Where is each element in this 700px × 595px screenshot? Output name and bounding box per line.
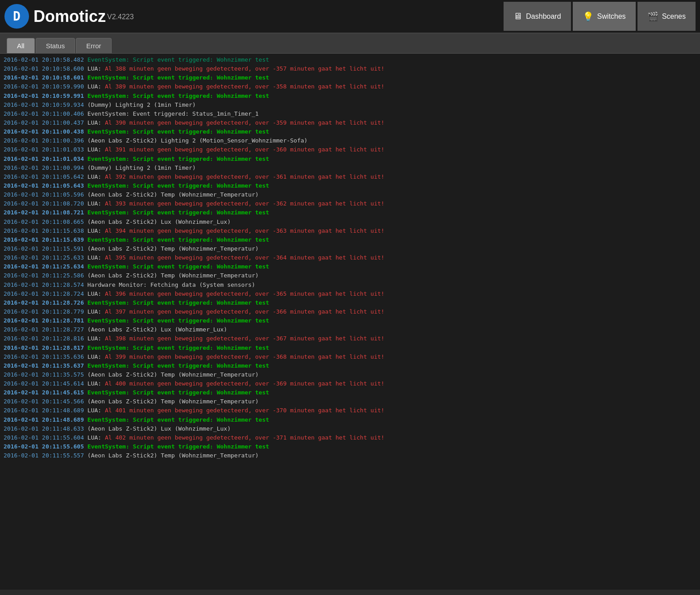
log-message: (Aeon Labs Z-Stick2) Lux (Wohzimmer_Lux): [88, 326, 227, 333]
log-message: Hardware Monitor: Fetching data (System …: [88, 281, 255, 288]
nav-scenes[interactable]: 🎬 Scenes: [638, 2, 696, 31]
log-entry: 2016-02-01 20:10:58.482 EventSystem: Scr…: [4, 55, 696, 64]
log-message: (Dummy) Lighting 2 (1min Timer): [88, 164, 196, 171]
app-logo: D: [4, 4, 29, 29]
log-entry: 2016-02-01 20:11:08.720 LUA: Al 393 minu…: [4, 199, 696, 208]
log-entry: 2016-02-01 20:10:59.934 (Dummy) Lighting…: [4, 101, 696, 109]
log-timestamp: 2016-02-01 20:11:15.638: [4, 227, 84, 234]
log-prefix: LUA:: [88, 308, 105, 315]
log-prefix: LUA:: [88, 119, 105, 126]
log-prefix: LUA:: [88, 434, 105, 441]
log-timestamp: 2016-02-01 20:10:58.482: [4, 56, 84, 63]
log-message: Al 400 minuten geen beweging gedetecteer…: [105, 380, 384, 387]
log-timestamp: 2016-02-01 20:10:59.934: [4, 101, 84, 108]
log-prefix: LUA:: [88, 200, 105, 207]
log-entry: 2016-02-01 20:11:35.636 LUA: Al 399 minu…: [4, 352, 696, 361]
log-message: Al 396 minuten geen beweging gedetecteer…: [105, 290, 384, 297]
log-prefix: LUA:: [88, 173, 105, 180]
log-timestamp: 2016-02-01 20:11:25.634: [4, 263, 84, 270]
log-message: EventSystem: Event triggered: Status_1mi…: [88, 110, 259, 117]
log-entry: 2016-02-01 20:11:48.689 EventSystem: Scr…: [4, 415, 696, 424]
log-message: EventSystem: Script event triggered: Woh…: [88, 344, 269, 351]
tab-all[interactable]: All: [7, 38, 35, 53]
log-message: Al 402 minuten geen beweging gedetecteer…: [105, 434, 384, 441]
log-timestamp: 2016-02-01 20:11:01.034: [4, 155, 84, 162]
log-timestamp: 2016-02-01 20:11:08.665: [4, 218, 84, 225]
log-entry: 2016-02-01 20:11:00.994 (Dummy) Lighting…: [4, 163, 696, 172]
log-entry: 2016-02-01 20:11:28.727 (Aeon Labs Z-Sti…: [4, 325, 696, 334]
log-entry: 2016-02-01 20:11:15.591 (Aeon Labs Z-Sti…: [4, 244, 696, 253]
log-entry: 2016-02-01 20:11:15.639 EventSystem: Scr…: [4, 235, 696, 244]
log-entry: 2016-02-01 20:11:45.566 (Aeon Labs Z-Sti…: [4, 397, 696, 406]
log-entry: 2016-02-01 20:11:55.605 EventSystem: Scr…: [4, 442, 696, 451]
log-message: Al 392 minuten geen beweging gedetecteer…: [105, 173, 384, 180]
log-area: 2016-02-01 20:10:58.482 EventSystem: Scr…: [0, 54, 700, 590]
log-message: (Aeon Labs Z-Stick2) Temp (Wohnzimmer_Te…: [88, 245, 259, 252]
log-timestamp: 2016-02-01 20:11:28.817: [4, 344, 84, 351]
log-timestamp: 2016-02-01 20:11:28.727: [4, 326, 84, 333]
log-timestamp: 2016-02-01 20:11:08.721: [4, 209, 84, 216]
log-message: EventSystem: Script event triggered: Woh…: [88, 236, 269, 243]
log-entry: 2016-02-01 20:11:15.638 LUA: Al 394 minu…: [4, 226, 696, 235]
log-entry: 2016-02-01 20:11:05.642 LUA: Al 392 minu…: [4, 172, 696, 181]
log-entry: 2016-02-01 20:11:05.596 (Aeon Labs Z-Sti…: [4, 190, 696, 199]
log-timestamp: 2016-02-01 20:11:00.438: [4, 128, 84, 135]
log-timestamp: 2016-02-01 20:11:25.633: [4, 254, 84, 261]
log-timestamp: 2016-02-01 20:11:15.591: [4, 245, 84, 252]
log-message: (Aeon Labs Z-Stick2) Temp (Wohnzimmer_Te…: [88, 272, 259, 279]
log-timestamp: 2016-02-01 20:11:28.726: [4, 299, 84, 306]
logo-area: D DomoticzV2.4223: [4, 4, 504, 29]
log-message: (Dummy) Lighting 2 (1min Timer): [88, 101, 196, 108]
log-timestamp: 2016-02-01 20:11:28.574: [4, 281, 84, 288]
log-prefix: LUA:: [88, 83, 105, 90]
nav-buttons: 🖥 Dashboard 💡 Switches 🎬 Scenes: [504, 2, 696, 31]
log-timestamp: 2016-02-01 20:11:00.437: [4, 119, 84, 126]
dashboard-icon: 🖥: [513, 11, 522, 21]
nav-switches[interactable]: 💡 Switches: [573, 2, 636, 31]
log-message: (Aeon Labs Z-Stick2) Temp (Wohnzimmer_Te…: [88, 452, 259, 459]
log-timestamp: 2016-02-01 20:11:00.396: [4, 137, 84, 144]
log-timestamp: 2016-02-01 20:11:08.720: [4, 200, 84, 207]
log-message: (Aeon Labs Z-Stick2) Temp (Wohnzimmer_Te…: [88, 191, 259, 198]
log-timestamp: 2016-02-01 20:11:48.633: [4, 425, 84, 432]
log-message: EventSystem: Script event triggered: Woh…: [88, 416, 269, 423]
log-timestamp: 2016-02-01 20:10:59.991: [4, 92, 84, 99]
log-message: Al 391 minuten geen beweging gedetecteer…: [105, 146, 384, 153]
log-timestamp: 2016-02-01 20:11:25.586: [4, 272, 84, 279]
log-message: EventSystem: Script event triggered: Woh…: [88, 128, 269, 135]
log-message: Al 389 minuten geen beweging gedetecteer…: [105, 83, 384, 90]
log-timestamp: 2016-02-01 20:11:55.557: [4, 452, 84, 459]
nav-dashboard[interactable]: 🖥 Dashboard: [504, 2, 571, 31]
log-message: EventSystem: Script event triggered: Woh…: [88, 56, 269, 63]
log-timestamp: 2016-02-01 20:10:59.990: [4, 83, 84, 90]
log-message: EventSystem: Script event triggered: Woh…: [88, 389, 269, 396]
log-entry: 2016-02-01 20:11:01.034 EventSystem: Scr…: [4, 155, 696, 163]
log-entry: 2016-02-01 20:11:45.615 EventSystem: Scr…: [4, 388, 696, 397]
log-entry: 2016-02-01 20:11:35.637 EventSystem: Scr…: [4, 361, 696, 370]
log-timestamp: 2016-02-01 20:11:05.643: [4, 182, 84, 189]
log-message: EventSystem: Script event triggered: Woh…: [88, 299, 269, 306]
log-entry: 2016-02-01 20:11:00.438 EventSystem: Scr…: [4, 127, 696, 136]
log-timestamp: 2016-02-01 20:11:15.639: [4, 236, 84, 243]
log-prefix: LUA:: [88, 227, 105, 234]
log-timestamp: 2016-02-01 20:11:45.566: [4, 398, 84, 405]
logo-letter: D: [13, 9, 21, 24]
switches-icon: 💡: [583, 11, 594, 22]
log-entry: 2016-02-01 20:11:01.033 LUA: Al 391 minu…: [4, 145, 696, 154]
log-entry: 2016-02-01 20:11:25.633 LUA: Al 395 minu…: [4, 253, 696, 262]
log-timestamp: 2016-02-01 20:10:58.600: [4, 65, 84, 72]
log-message: Al 397 minuten geen beweging gedetecteer…: [105, 308, 384, 315]
app-name: Domoticz: [33, 7, 106, 25]
tab-status[interactable]: Status: [36, 38, 75, 53]
log-message: EventSystem: Script event triggered: Woh…: [88, 263, 269, 270]
tab-error[interactable]: Error: [76, 38, 111, 53]
log-message: (Aeon Labs Z-Stick2) Lighting 2 (Motion_…: [88, 137, 308, 144]
log-entry: 2016-02-01 20:11:48.689 LUA: Al 401 minu…: [4, 406, 696, 415]
log-entry: 2016-02-01 20:11:28.574 Hardware Monitor…: [4, 281, 696, 289]
log-timestamp: 2016-02-01 20:11:28.724: [4, 290, 84, 297]
log-message: Al 390 minuten geen beweging gedetecteer…: [105, 119, 384, 126]
log-entry: 2016-02-01 20:10:58.600 LUA: Al 388 minu…: [4, 64, 696, 73]
log-message: Al 399 minuten geen beweging gedetecteer…: [105, 353, 384, 360]
log-timestamp: 2016-02-01 20:11:55.605: [4, 443, 84, 450]
log-message: Al 401 minuten geen beweging gedetecteer…: [105, 407, 384, 414]
